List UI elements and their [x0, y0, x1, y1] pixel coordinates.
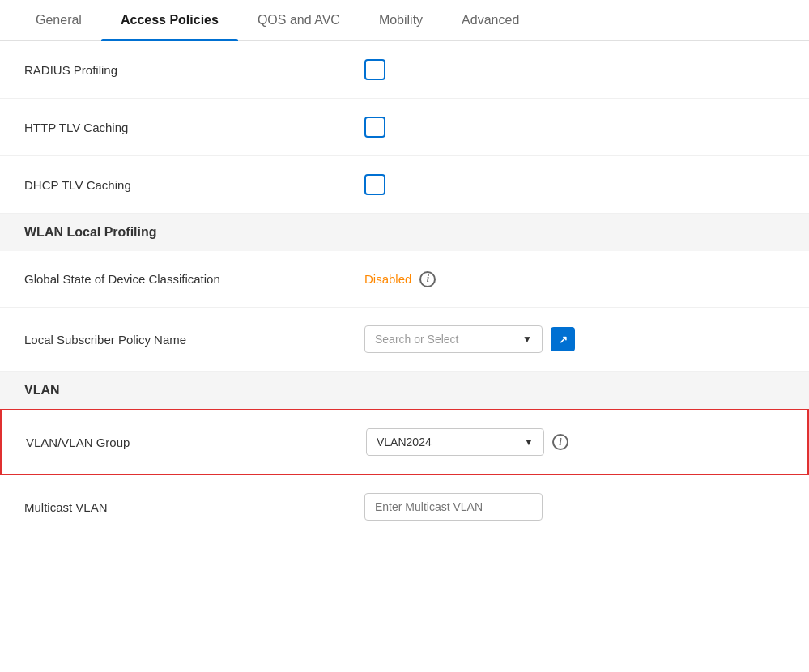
- vlan-group-info-icon[interactable]: i: [552, 434, 568, 450]
- global-state-control: Disabled i: [364, 271, 785, 287]
- global-state-row: Global State of Device Classification Di…: [0, 251, 809, 308]
- local-subscriber-policy-select[interactable]: Search or Select ▼: [364, 325, 543, 353]
- radius-profiling-checkbox[interactable]: [364, 59, 385, 80]
- global-state-label: Global State of Device Classification: [24, 270, 364, 287]
- local-subscriber-policy-row: Local Subscriber Policy Name Search or S…: [0, 308, 809, 372]
- local-subscriber-policy-external-link-button[interactable]: ↗: [551, 327, 575, 351]
- multicast-vlan-input[interactable]: [364, 493, 543, 521]
- http-tlv-caching-row: HTTP TLV Caching: [0, 99, 809, 156]
- radius-profiling-row: RADIUS Profiling: [0, 41, 809, 99]
- vlan-group-arrow-icon: ▼: [524, 436, 534, 448]
- multicast-vlan-label: Multicast VLAN: [24, 499, 364, 516]
- page-content: RADIUS Profiling HTTP TLV Caching DHCP T…: [0, 41, 809, 538]
- tab-navigation: General Access Policies QOS and AVC Mobi…: [0, 0, 809, 41]
- local-subscriber-policy-arrow-icon: ▼: [522, 334, 532, 345]
- tab-general[interactable]: General: [16, 0, 101, 40]
- vlan-group-label: VLAN/VLAN Group: [26, 434, 366, 451]
- global-state-value: Disabled: [364, 272, 411, 286]
- vlan-group-control: VLAN2024 ▼ i: [366, 428, 783, 456]
- local-subscriber-policy-label: Local Subscriber Policy Name: [24, 331, 364, 348]
- vlan-group-select[interactable]: VLAN2024 ▼: [366, 428, 544, 456]
- radius-profiling-control: [364, 59, 785, 80]
- vlan-group-row: VLAN/VLAN Group VLAN2024 ▼ i: [0, 409, 809, 475]
- tab-advanced[interactable]: Advanced: [442, 0, 539, 40]
- global-state-info-icon[interactable]: i: [419, 271, 436, 287]
- multicast-vlan-row: Multicast VLAN: [0, 475, 809, 538]
- http-tlv-caching-control: [364, 117, 785, 138]
- multicast-vlan-control: [364, 493, 785, 521]
- http-tlv-caching-checkbox[interactable]: [364, 117, 385, 138]
- tab-qos-avc[interactable]: QOS and AVC: [238, 0, 360, 40]
- external-link-icon: ↗: [559, 334, 568, 346]
- vlan-group-value: VLAN2024: [377, 436, 517, 449]
- tab-access-policies[interactable]: Access Policies: [101, 0, 238, 40]
- wlan-local-profiling-header: WLAN Local Profiling: [0, 214, 809, 251]
- http-tlv-caching-label: HTTP TLV Caching: [24, 119, 364, 136]
- local-subscriber-policy-control: Search or Select ▼ ↗: [364, 325, 785, 353]
- vlan-section-header: VLAN: [0, 372, 809, 409]
- local-subscriber-policy-value: Search or Select: [375, 333, 516, 346]
- radius-profiling-label: RADIUS Profiling: [24, 62, 364, 79]
- dhcp-tlv-caching-checkbox[interactable]: [364, 174, 385, 195]
- dhcp-tlv-caching-label: DHCP TLV Caching: [24, 177, 364, 194]
- tab-mobility[interactable]: Mobility: [360, 0, 442, 40]
- dhcp-tlv-caching-control: [364, 174, 785, 195]
- dhcp-tlv-caching-row: DHCP TLV Caching: [0, 156, 809, 214]
